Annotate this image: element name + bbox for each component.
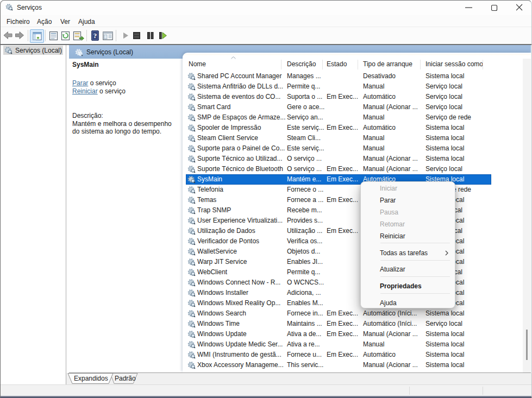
svg-text:?: ? bbox=[93, 31, 97, 40]
